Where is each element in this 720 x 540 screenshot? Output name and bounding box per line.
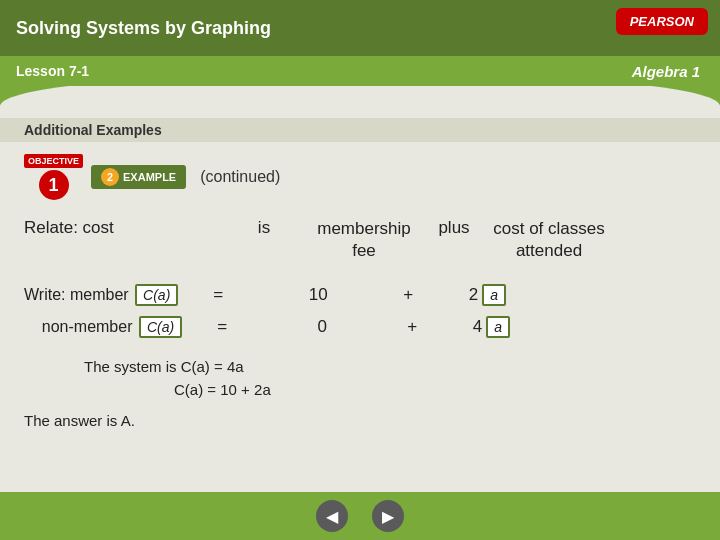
relate-membership: membership fee [304, 218, 424, 262]
back-button[interactable]: ◀ [316, 500, 348, 532]
pearson-badge: PEARSON [616, 8, 708, 35]
header: Solving Systems by Graphing PEARSON [0, 0, 720, 56]
lesson-label: Lesson 7-1 [16, 63, 89, 79]
forward-button[interactable]: ▶ [372, 500, 404, 532]
member-equals: = [178, 285, 258, 305]
system-line2: C(a) = 10 + 2a [174, 381, 696, 398]
non-member-equals: = [182, 317, 262, 337]
main-content: OBJECTIVE 1 2 EXAMPLE (continued) Relate… [0, 142, 720, 522]
relate-plus: plus [424, 218, 484, 238]
example-row: OBJECTIVE 1 2 EXAMPLE (continued) [24, 154, 696, 200]
relate-is: is [224, 218, 304, 238]
section-label: Additional Examples [0, 118, 720, 142]
write-label: Write: member C(a) [24, 286, 178, 304]
non-member-label: non-member C(a) [24, 318, 182, 336]
answer-text: The answer is A. [24, 412, 696, 429]
objective-number: 1 [39, 170, 69, 200]
member-plus: + [378, 285, 438, 305]
example-label: EXAMPLE [123, 171, 176, 183]
example-badge: 2 EXAMPLE [91, 165, 186, 189]
subheader: Lesson 7-1 Algebra 1 [0, 56, 720, 86]
relate-classes: cost of classes attended [484, 218, 614, 262]
page-title: Solving Systems by Graphing [16, 18, 271, 39]
relate-row: Relate: cost is membership fee plus cost… [24, 218, 696, 262]
system-line1: The system is C(a) = 4a [84, 358, 696, 375]
non-member-val2: 4 [442, 317, 482, 337]
relate-label: Relate: cost [24, 218, 224, 238]
member-val2: 2 [438, 285, 478, 305]
member-row: Write: member C(a) = 10 + 2 a [24, 284, 696, 306]
non-member-row: non-member C(a) = 0 + 4 a [24, 316, 696, 338]
objective-tag: OBJECTIVE [24, 154, 83, 168]
wave-decoration [0, 86, 720, 118]
continued-label: (continued) [200, 168, 280, 186]
member-val1: 10 [258, 285, 378, 305]
a-box-member: a [482, 284, 506, 306]
write-section: Write: member C(a) = 10 + 2 a non-member… [24, 284, 696, 338]
example-number: 2 [101, 168, 119, 186]
algebra-label: Algebra 1 [632, 63, 700, 80]
ca-box-non-member: C(a) [139, 316, 182, 338]
a-box-non-member: a [486, 316, 510, 338]
bottom-nav: ◀ ▶ [0, 492, 720, 540]
non-member-plus: + [382, 317, 442, 337]
ca-box-member: C(a) [135, 284, 178, 306]
non-member-val1: 0 [262, 317, 382, 337]
